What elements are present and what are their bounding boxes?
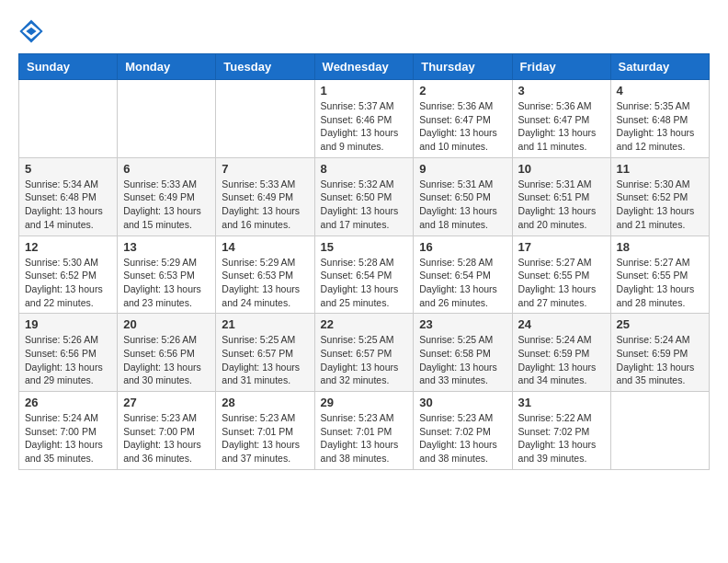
day-detail: Sunrise: 5:37 AM Sunset: 6:46 PM Dayligh…	[321, 99, 408, 154]
day-detail: Sunrise: 5:33 AM Sunset: 6:49 PM Dayligh…	[222, 178, 308, 232]
calendar-table: SundayMondayTuesdayWednesdayThursdayFrid…	[18, 53, 710, 470]
day-detail: Sunrise: 5:29 AM Sunset: 6:53 PM Dayligh…	[222, 256, 308, 310]
day-detail: Sunrise: 5:24 AM Sunset: 6:59 PM Dayligh…	[518, 333, 605, 387]
day-detail: Sunrise: 5:25 AM Sunset: 6:57 PM Dayligh…	[321, 333, 408, 387]
calendar-day-cell: 1Sunrise: 5:37 AM Sunset: 6:46 PM Daylig…	[314, 80, 414, 158]
calendar-day-cell: 24Sunrise: 5:24 AM Sunset: 6:59 PM Dayli…	[512, 314, 610, 392]
calendar-day-cell: 20Sunrise: 5:26 AM Sunset: 6:56 PM Dayli…	[118, 314, 216, 392]
day-number: 3	[518, 84, 605, 98]
day-number: 1	[321, 84, 408, 98]
calendar-day-cell: 18Sunrise: 5:27 AM Sunset: 6:55 PM Dayli…	[610, 236, 709, 314]
calendar-day-header: Sunday	[19, 54, 118, 80]
calendar-day-cell: 17Sunrise: 5:27 AM Sunset: 6:55 PM Dayli…	[512, 236, 610, 314]
calendar-day-cell: 12Sunrise: 5:30 AM Sunset: 6:52 PM Dayli…	[19, 236, 118, 314]
day-number: 5	[25, 162, 111, 176]
day-detail: Sunrise: 5:24 AM Sunset: 7:00 PM Dayligh…	[25, 411, 111, 465]
calendar-day-cell: 15Sunrise: 5:28 AM Sunset: 6:54 PM Dayli…	[314, 236, 414, 314]
day-number: 22	[321, 317, 408, 331]
calendar-day-cell: 5Sunrise: 5:34 AM Sunset: 6:48 PM Daylig…	[19, 157, 118, 236]
calendar-day-header: Saturday	[610, 54, 709, 80]
calendar-day-cell: 8Sunrise: 5:32 AM Sunset: 6:50 PM Daylig…	[314, 157, 414, 236]
calendar-day-cell: 7Sunrise: 5:33 AM Sunset: 6:49 PM Daylig…	[216, 157, 314, 236]
calendar-day-header: Tuesday	[216, 54, 314, 80]
day-number: 9	[419, 162, 506, 176]
day-detail: Sunrise: 5:30 AM Sunset: 6:52 PM Dayligh…	[617, 178, 703, 232]
day-number: 16	[419, 240, 506, 254]
day-detail: Sunrise: 5:23 AM Sunset: 7:01 PM Dayligh…	[222, 411, 308, 465]
day-detail: Sunrise: 5:33 AM Sunset: 6:49 PM Dayligh…	[123, 178, 210, 232]
calendar-day-cell	[118, 80, 216, 158]
day-detail: Sunrise: 5:32 AM Sunset: 6:50 PM Dayligh…	[321, 178, 408, 232]
day-number: 2	[419, 84, 506, 98]
day-detail: Sunrise: 5:25 AM Sunset: 6:58 PM Dayligh…	[419, 333, 506, 387]
day-number: 12	[25, 240, 111, 254]
day-number: 21	[222, 317, 308, 331]
calendar-day-cell: 16Sunrise: 5:28 AM Sunset: 6:54 PM Dayli…	[414, 236, 512, 314]
day-detail: Sunrise: 5:31 AM Sunset: 6:50 PM Dayligh…	[419, 178, 506, 232]
calendar-day-cell: 21Sunrise: 5:25 AM Sunset: 6:57 PM Dayli…	[216, 314, 314, 392]
calendar-day-cell: 4Sunrise: 5:35 AM Sunset: 6:48 PM Daylig…	[610, 80, 709, 158]
calendar-week-row: 12Sunrise: 5:30 AM Sunset: 6:52 PM Dayli…	[19, 236, 710, 314]
day-detail: Sunrise: 5:31 AM Sunset: 6:51 PM Dayligh…	[518, 178, 605, 232]
day-detail: Sunrise: 5:24 AM Sunset: 6:59 PM Dayligh…	[617, 333, 703, 387]
calendar-day-cell: 28Sunrise: 5:23 AM Sunset: 7:01 PM Dayli…	[216, 392, 314, 470]
calendar-day-cell: 6Sunrise: 5:33 AM Sunset: 6:49 PM Daylig…	[118, 157, 216, 236]
day-detail: Sunrise: 5:36 AM Sunset: 6:47 PM Dayligh…	[419, 99, 506, 154]
day-detail: Sunrise: 5:28 AM Sunset: 6:54 PM Dayligh…	[321, 256, 408, 310]
day-detail: Sunrise: 5:30 AM Sunset: 6:52 PM Dayligh…	[25, 256, 111, 310]
calendar-week-row: 26Sunrise: 5:24 AM Sunset: 7:00 PM Dayli…	[19, 392, 710, 470]
calendar-day-cell: 27Sunrise: 5:23 AM Sunset: 7:00 PM Dayli…	[118, 392, 216, 470]
day-detail: Sunrise: 5:23 AM Sunset: 7:00 PM Dayligh…	[123, 411, 210, 465]
day-number: 17	[518, 240, 605, 254]
logo	[18, 18, 48, 44]
day-number: 26	[25, 396, 111, 409]
page-header	[18, 18, 710, 44]
day-detail: Sunrise: 5:27 AM Sunset: 6:55 PM Dayligh…	[518, 256, 605, 310]
day-detail: Sunrise: 5:27 AM Sunset: 6:55 PM Dayligh…	[617, 256, 703, 310]
day-number: 14	[222, 240, 308, 254]
calendar-day-cell	[610, 392, 709, 470]
day-detail: Sunrise: 5:26 AM Sunset: 6:56 PM Dayligh…	[123, 333, 210, 387]
calendar-day-cell: 13Sunrise: 5:29 AM Sunset: 6:53 PM Dayli…	[118, 236, 216, 314]
day-detail: Sunrise: 5:34 AM Sunset: 6:48 PM Dayligh…	[25, 178, 111, 232]
day-number: 30	[419, 396, 506, 409]
calendar-day-cell: 22Sunrise: 5:25 AM Sunset: 6:57 PM Dayli…	[314, 314, 414, 392]
day-detail: Sunrise: 5:28 AM Sunset: 6:54 PM Dayligh…	[419, 256, 506, 310]
day-number: 11	[617, 162, 703, 176]
day-number: 24	[518, 317, 605, 331]
day-number: 19	[25, 317, 111, 331]
day-number: 25	[617, 317, 703, 331]
calendar-week-row: 19Sunrise: 5:26 AM Sunset: 6:56 PM Dayli…	[19, 314, 710, 392]
day-number: 29	[321, 396, 408, 409]
day-number: 27	[123, 396, 210, 409]
calendar-day-cell: 10Sunrise: 5:31 AM Sunset: 6:51 PM Dayli…	[512, 157, 610, 236]
calendar-day-cell: 26Sunrise: 5:24 AM Sunset: 7:00 PM Dayli…	[19, 392, 118, 470]
day-number: 6	[123, 162, 210, 176]
day-number: 4	[617, 84, 703, 98]
calendar-day-cell: 3Sunrise: 5:36 AM Sunset: 6:47 PM Daylig…	[512, 80, 610, 158]
calendar-day-cell: 31Sunrise: 5:22 AM Sunset: 7:02 PM Dayli…	[512, 392, 610, 470]
day-detail: Sunrise: 5:35 AM Sunset: 6:48 PM Dayligh…	[617, 99, 703, 154]
calendar-day-header: Monday	[118, 54, 216, 80]
day-number: 13	[123, 240, 210, 254]
day-number: 10	[518, 162, 605, 176]
day-number: 7	[222, 162, 308, 176]
day-number: 20	[123, 317, 210, 331]
calendar-day-cell: 14Sunrise: 5:29 AM Sunset: 6:53 PM Dayli…	[216, 236, 314, 314]
calendar-day-cell: 29Sunrise: 5:23 AM Sunset: 7:01 PM Dayli…	[314, 392, 414, 470]
day-detail: Sunrise: 5:23 AM Sunset: 7:02 PM Dayligh…	[419, 411, 506, 465]
day-detail: Sunrise: 5:29 AM Sunset: 6:53 PM Dayligh…	[123, 256, 210, 310]
day-detail: Sunrise: 5:22 AM Sunset: 7:02 PM Dayligh…	[518, 411, 605, 465]
day-number: 23	[419, 317, 506, 331]
day-number: 15	[321, 240, 408, 254]
calendar-day-cell: 19Sunrise: 5:26 AM Sunset: 6:56 PM Dayli…	[19, 314, 118, 392]
calendar-day-header: Thursday	[414, 54, 512, 80]
calendar-day-cell: 23Sunrise: 5:25 AM Sunset: 6:58 PM Dayli…	[414, 314, 512, 392]
calendar-day-header: Wednesday	[314, 54, 414, 80]
calendar-header-row: SundayMondayTuesdayWednesdayThursdayFrid…	[19, 54, 710, 80]
calendar-day-cell: 30Sunrise: 5:23 AM Sunset: 7:02 PM Dayli…	[414, 392, 512, 470]
day-detail: Sunrise: 5:26 AM Sunset: 6:56 PM Dayligh…	[25, 333, 111, 387]
day-detail: Sunrise: 5:25 AM Sunset: 6:57 PM Dayligh…	[222, 333, 308, 387]
calendar-week-row: 1Sunrise: 5:37 AM Sunset: 6:46 PM Daylig…	[19, 80, 710, 158]
day-number: 8	[321, 162, 408, 176]
